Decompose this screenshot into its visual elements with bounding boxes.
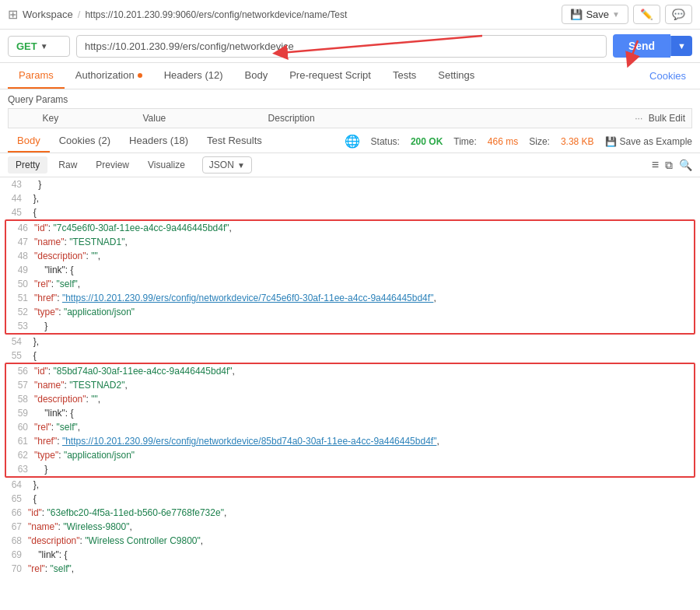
params-table: Key Value Description ··· Bulk Edit	[8, 108, 692, 128]
tab-pre-request[interactable]: Pre-request Script	[278, 63, 382, 89]
line-content: "link": {	[28, 548, 700, 562]
time-value: 466 ms	[488, 136, 518, 147]
col-bulk-edit[interactable]: ··· Bulk Edit	[470, 109, 692, 128]
json-line: 54 },	[0, 335, 700, 349]
json-line: 46 "id": "7c45e6f0-30af-11ee-a4cc-9a4464…	[6, 221, 694, 235]
line-content: "rel": "self",	[34, 420, 694, 434]
json-line: 44 },	[0, 191, 700, 205]
resp-tab-headers[interactable]: Headers (18)	[120, 130, 198, 152]
comment-icon: 💬	[672, 9, 685, 20]
time-label: Time:	[453, 136, 477, 147]
line-number: 70	[0, 562, 28, 576]
line-number: 53	[6, 319, 34, 333]
line-content: "id": "85bd74a0-30af-11ee-a4cc-9a446445b…	[34, 364, 694, 378]
line-number: 59	[6, 406, 34, 420]
line-number: 57	[6, 378, 34, 392]
line-content: "description": "Wireless Controller C980…	[28, 534, 700, 548]
json-viewer: 43 } 44 }, 45 { 46 "id": "7c45e6f0-30af-…	[0, 177, 700, 608]
line-number: 52	[6, 305, 34, 319]
comment-button[interactable]: 💬	[665, 5, 692, 24]
filter-button[interactable]: ≡	[652, 158, 659, 172]
json-line: 62 "type": "application/json"	[6, 448, 694, 462]
tab-settings[interactable]: Settings	[427, 63, 485, 89]
line-content: "type": "application/json"	[34, 305, 694, 319]
workspace-label[interactable]: Workspace	[23, 9, 73, 20]
fmt-tab-preview[interactable]: Preview	[88, 156, 137, 174]
json-line: 56 "id": "85bd74a0-30af-11ee-a4cc-9a4464…	[6, 364, 694, 378]
save-chevron-icon: ▼	[612, 10, 620, 19]
breadcrumb-path: https://10.201.230.99:9060/ers/config/ne…	[85, 9, 347, 20]
search-button[interactable]: 🔍	[679, 159, 692, 171]
line-content: "href": "https://10.201.230.99/ers/confi…	[34, 434, 694, 448]
tab-params[interactable]: Params	[8, 63, 65, 89]
edit-button[interactable]: ✏️	[633, 5, 660, 24]
line-number: 50	[6, 277, 34, 291]
json-line: 66 "id": "63efbc20-4f5a-11ed-b560-6e7768…	[0, 506, 700, 520]
resp-tab-test-results[interactable]: Test Results	[198, 130, 271, 152]
fmt-tab-pretty[interactable]: Pretty	[8, 156, 47, 174]
tab-tests[interactable]: Tests	[382, 63, 427, 89]
line-number: 49	[6, 263, 34, 277]
line-content: "id": "7c45e6f0-30af-11ee-a4cc-9a446445b…	[34, 221, 694, 235]
json-line: 52 "type": "application/json"	[6, 305, 694, 319]
line-number: 64	[0, 478, 28, 492]
tab-authorization[interactable]: Authorization	[65, 63, 153, 89]
send-button[interactable]: Send	[613, 34, 670, 58]
size-value: 3.38 KB	[561, 136, 594, 147]
json-format-selector[interactable]: JSON ▼	[202, 156, 252, 174]
line-number: 43	[0, 177, 28, 191]
json-line: 48 "description": "",	[6, 249, 694, 263]
line-content: "name": "TESTNAD2",	[34, 378, 694, 392]
line-number: 62	[6, 448, 34, 462]
line-number: 55	[0, 349, 28, 363]
line-content: },	[28, 335, 700, 349]
format-actions: ≡ ⧉ 🔍	[652, 158, 692, 172]
fmt-tab-raw[interactable]: Raw	[51, 156, 85, 174]
pencil-icon: ✏️	[640, 9, 653, 20]
format-tabs: Pretty Raw Preview Visualize JSON ▼	[8, 156, 252, 174]
line-number: 44	[0, 191, 28, 205]
breadcrumb-separator: /	[78, 9, 81, 20]
line-content: "description": "",	[34, 392, 694, 406]
line-content: "link": {	[34, 406, 694, 420]
bulk-edit-label: Bulk Edit	[649, 113, 685, 124]
resp-tab-cookies[interactable]: Cookies (2)	[50, 130, 120, 152]
fmt-tab-visualize[interactable]: Visualize	[140, 156, 193, 174]
line-number: 66	[0, 506, 28, 520]
search-icon: 🔍	[679, 159, 692, 171]
save-example-label: Save as Example	[620, 136, 692, 147]
status-info: 🌐 Status: 200 OK Time: 466 ms Size: 3.38…	[345, 134, 692, 149]
request-tabs: Params Authorization Headers (12) Body P…	[0, 63, 700, 89]
json-chevron-icon: ▼	[237, 161, 245, 170]
cookies-link[interactable]: Cookies	[643, 64, 692, 88]
json-line: 51 "href": "https://10.201.230.99/ers/co…	[6, 291, 694, 305]
save-button[interactable]: 💾 Save ▼	[562, 5, 628, 24]
save-icon: 💾	[570, 9, 583, 20]
json-line: 43 }	[0, 177, 700, 191]
line-number: 58	[6, 392, 34, 406]
line-content: "href": "https://10.201.230.99/ers/confi…	[34, 291, 694, 305]
json-line: 49 "link": {	[6, 263, 694, 277]
json-line: 47 "name": "TESTNAD1",	[6, 235, 694, 249]
json-line: 61 "href": "https://10.201.230.99/ers/co…	[6, 434, 694, 448]
line-content: "name": "TESTNAD1",	[34, 235, 694, 249]
line-content: {	[28, 492, 700, 506]
resp-tab-body[interactable]: Body	[8, 130, 50, 152]
save-example-button[interactable]: 💾 Save as Example	[605, 136, 692, 147]
line-content: },	[28, 191, 700, 205]
line-content: {	[28, 205, 700, 219]
status-value: 200 OK	[411, 136, 443, 147]
line-number: 67	[0, 520, 28, 534]
line-number: 46	[6, 221, 34, 235]
tab-body[interactable]: Body	[234, 63, 279, 89]
save-example-icon: 💾	[605, 136, 617, 147]
copy-button[interactable]: ⧉	[665, 159, 673, 172]
tab-headers[interactable]: Headers (12)	[153, 63, 234, 89]
json-line: 59 "link": {	[6, 406, 694, 420]
url-input[interactable]	[76, 35, 607, 58]
send-dropdown-button[interactable]: ▼	[670, 36, 692, 56]
method-selector[interactable]: GET ▼	[8, 36, 70, 57]
auth-dot	[138, 73, 142, 78]
url-bar: GET ▼ Send ▼	[0, 30, 700, 63]
line-content: "rel": "self",	[28, 562, 700, 576]
